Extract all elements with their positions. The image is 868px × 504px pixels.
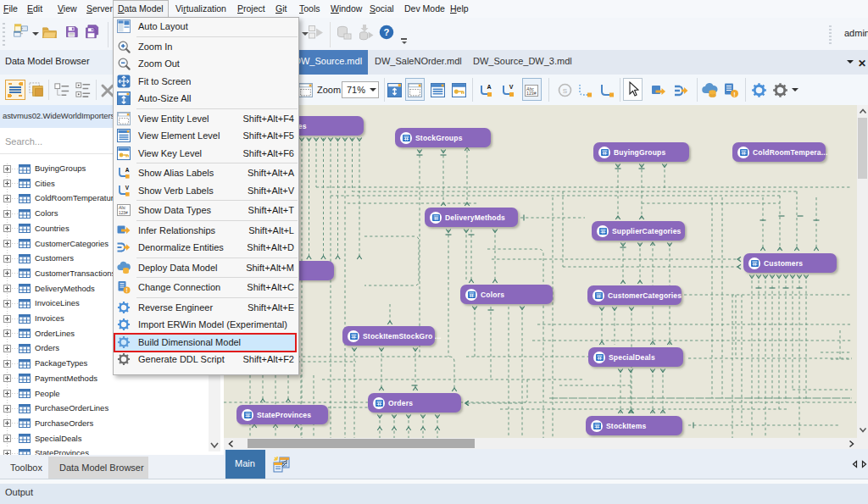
svg-text:!: ! [733, 91, 736, 98]
svg-text:123#: 123# [119, 211, 128, 215]
svg-text:V: V [125, 185, 130, 191]
svg-text:V: V [509, 84, 514, 90]
svg-text:A: A [125, 167, 130, 173]
svg-text:Abc: Abc [118, 206, 126, 210]
svg-text:123#: 123# [526, 91, 537, 96]
svg-text:A: A [487, 84, 491, 90]
svg-text:S: S [563, 87, 567, 95]
svg-text:!: ! [125, 287, 127, 293]
svg-text:?: ? [384, 27, 390, 37]
